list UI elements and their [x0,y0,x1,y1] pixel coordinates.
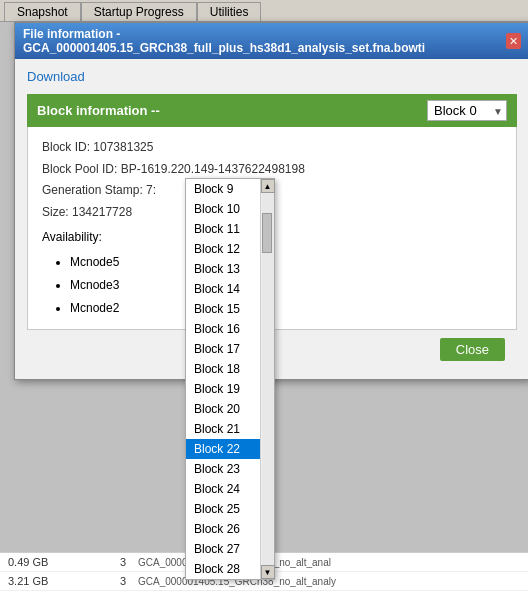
block-info-label: Block information -- [37,103,160,118]
scroll-down-button[interactable]: ▼ [261,565,275,579]
dropdown-scroll-container: Block 9Block 10Block 11Block 12Block 13B… [186,179,274,579]
count-cell: 3 [108,575,138,587]
scroll-thumb[interactable] [262,213,272,253]
dropdown-scrollbar[interactable]: ▲ ▼ [260,179,274,579]
tab-snapshot[interactable]: Snapshot [4,2,81,21]
dropdown-item[interactable]: Block 25 [186,499,260,519]
dropdown-list: Block 9Block 10Block 11Block 12Block 13B… [186,179,260,579]
dropdown-item[interactable]: Block 11 [186,219,260,239]
close-button[interactable]: Close [440,338,505,361]
block-select[interactable]: Block 0 [427,100,507,121]
dropdown-item[interactable]: Block 17 [186,339,260,359]
dropdown-item[interactable]: Block 20 [186,399,260,419]
modal-title: File information - GCA_000001405.15_GRCh… [23,27,506,55]
tab-bar: Snapshot Startup Progress Utilities [0,0,528,22]
scroll-track [262,193,274,565]
block-pool-id-line: Block Pool ID: BP-1619.220.149-143762249… [42,159,502,181]
modal-title-bar: File information - GCA_000001405.15_GRCh… [15,23,528,59]
dropdown-item[interactable]: Block 23 [186,459,260,479]
tab-utilities[interactable]: Utilities [197,2,262,21]
block-id-line: Block ID: 107381325 [42,137,502,159]
dropdown-item[interactable]: Block 22 [186,439,260,459]
list-item: Mcnode2 [70,297,502,320]
size-cell: 3.21 GB [8,575,108,587]
dropdown-item[interactable]: Block 19 [186,379,260,399]
list-item: Mcnode5 [70,251,502,274]
dropdown-item[interactable]: Block 12 [186,239,260,259]
dropdown-item[interactable]: Block 28 [186,559,260,579]
dropdown-item[interactable]: Block 21 [186,419,260,439]
dropdown-item[interactable]: Block 24 [186,479,260,499]
dropdown-item[interactable]: Block 13 [186,259,260,279]
dropdown-item[interactable]: Block 26 [186,519,260,539]
download-link[interactable]: Download [27,69,85,84]
list-item: Mcnode3 [70,274,502,297]
block-dropdown-popup: Block 9Block 10Block 11Block 12Block 13B… [185,178,275,580]
dropdown-item[interactable]: Block 15 [186,299,260,319]
dropdown-item[interactable]: Block 27 [186,539,260,559]
dropdown-item[interactable]: Block 14 [186,279,260,299]
modal-close-icon-button[interactable]: ✕ [506,33,521,49]
dropdown-item[interactable]: Block 9 [186,179,260,199]
size-cell: 0.49 GB [8,556,108,568]
block-dropdown-wrapper: Block 0 ▼ [427,100,507,121]
block-info-header: Block information -- Block 0 ▼ [27,94,517,127]
dropdown-item[interactable]: Block 18 [186,359,260,379]
dropdown-item[interactable]: Block 16 [186,319,260,339]
count-cell: 3 [108,556,138,568]
dropdown-item[interactable]: Block 10 [186,199,260,219]
scroll-up-button[interactable]: ▲ [261,179,275,193]
tab-startup-progress[interactable]: Startup Progress [81,2,197,21]
